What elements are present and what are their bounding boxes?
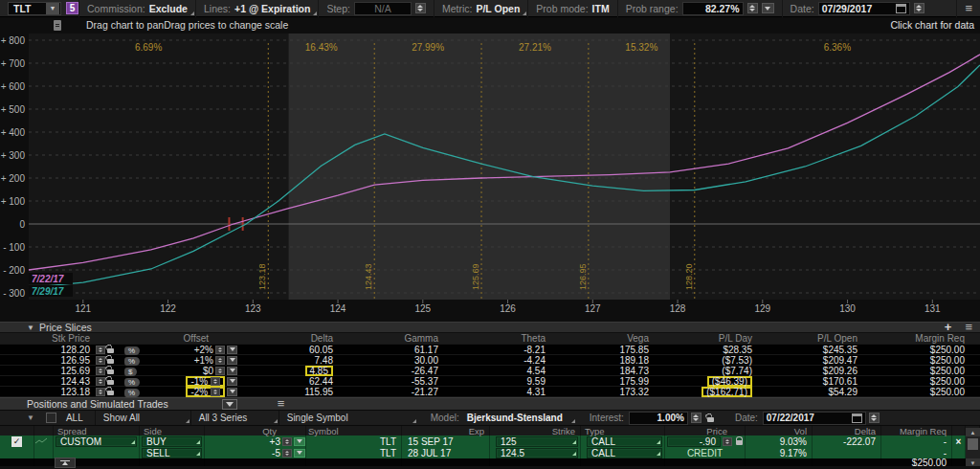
slice-price-stepper[interactable] [96,346,105,354]
offset-unit-toggle[interactable]: $ [124,368,137,376]
date-stepper[interactable] [914,3,924,13]
positions-scrollbar[interactable]: ▲ ▼ [966,428,980,467]
slice-price-stepper[interactable] [96,367,105,375]
unlock-icon[interactable] [107,380,114,385]
unlock-icon[interactable] [107,369,114,374]
slices-menu-icon[interactable]: ≡ [965,323,972,332]
date-input[interactable]: 07/29/2017 [818,2,910,15]
prob-range-dropdown-icon[interactable] [762,3,774,13]
unlock-icon[interactable] [107,391,114,395]
type-dropdown[interactable]: CALL [587,448,662,458]
strike-dropdown[interactable]: 125 [496,436,578,447]
side-dropdown[interactable]: SELL [142,448,202,458]
offset-unit-toggle[interactable]: % [124,346,140,355]
margin-req-value: $250.00 [865,355,972,366]
slice-price-stepper[interactable] [96,356,105,365]
select-all-checkbox[interactable] [46,413,56,423]
qty-stepper[interactable] [282,437,292,446]
offset-value[interactable]: +1% [194,355,213,366]
pl-chart-canvas[interactable]: + 800+ 700+ 600+ 500+ 400+ 300+ 200+ 100… [0,34,980,321]
pl-day-value: $28.35 [657,345,760,355]
qty-dropdown-icon[interactable] [294,437,305,446]
slice-price-stepper[interactable] [96,377,105,386]
svg-text:6.36%: 6.36% [824,42,851,53]
offset-value[interactable]: -1% [190,376,208,387]
collapse-chevron-icon[interactable]: ▼ [27,413,34,422]
qty-stepper[interactable] [282,449,292,458]
qty-dropdown-icon[interactable] [294,449,305,458]
calendar-icon[interactable] [896,4,906,13]
offset-unit-toggle[interactable]: % [124,389,140,397]
unlock-icon[interactable] [107,359,114,364]
lines-dropdown[interactable]: Lines: +1 @ Expiration [195,0,318,17]
symbol-value: TLT [306,436,402,447]
slice-price-input[interactable]: 126.95 [0,355,96,366]
prob-range-input[interactable]: 82.27% [682,2,744,15]
offset-stepper[interactable] [215,367,225,375]
add-slice-icon[interactable]: + [945,323,952,332]
side-dropdown[interactable]: BUY [142,436,202,447]
slice-price-input[interactable]: 123.18 [0,387,96,397]
step-stepper[interactable] [415,3,426,13]
chart-line-icon[interactable] [34,437,48,445]
svg-text:0: 0 [19,219,25,230]
offset-dropdown-icon[interactable] [227,367,237,375]
metric-dropdown[interactable]: Metric: P/L Open [434,0,527,17]
series-filter-dropdown[interactable]: All 3 Series [190,411,278,425]
slice-price-input[interactable]: 128.20 [0,345,96,355]
offset-unit-toggle[interactable]: % [124,357,140,366]
lock-icon[interactable] [736,440,743,445]
calendar-icon[interactable] [852,413,862,423]
price-input[interactable]: -.90 [667,436,721,447]
remove-row-button[interactable]: × [956,436,962,447]
positions-date-stepper[interactable] [869,413,880,423]
offset-stepper[interactable] [211,388,220,396]
offset-unit-toggle[interactable]: % [124,378,140,387]
drag-handle-icon[interactable] [54,20,61,31]
qty-value[interactable]: +3 [270,436,280,447]
slice-price-input[interactable]: 125.69 [0,366,96,376]
model-dropdown[interactable]: Bjerksund-Stensland [459,411,576,425]
link-group-badge[interactable]: 5 [66,2,78,14]
prob-mode-group[interactable]: Prob mode: ITM [527,0,616,17]
commission-dropdown[interactable]: Commission: Exclude [78,0,195,17]
strike-dropdown[interactable]: 124.5 [496,448,578,458]
price-stepper[interactable] [723,437,732,446]
offset-stepper[interactable] [215,346,225,354]
offset-dropdown-icon[interactable] [227,377,237,386]
unlock-icon[interactable] [107,348,114,353]
slice-price-stepper[interactable] [96,388,105,396]
positions-date-input[interactable]: 07/22/2017 [763,412,866,425]
symbol-filter-dropdown[interactable]: Single Symbol [278,411,417,425]
prob-range-stepper[interactable] [747,3,758,13]
collapse-chevron-icon[interactable]: ▼ [27,324,34,332]
offset-dropdown-icon[interactable] [227,388,237,396]
qty-value[interactable]: -5 [272,448,280,458]
positions-menu-icon[interactable]: ≡ [278,399,285,409]
show-all-dropdown[interactable]: Show All [95,411,190,425]
toolbar-menu[interactable]: ≡ [956,0,980,17]
scrollbar-thumb[interactable] [968,438,978,450]
symbol-select[interactable]: TLT ▼ [8,2,61,15]
offset-stepper[interactable] [211,377,220,386]
filter-icon[interactable] [222,399,237,410]
offset-dropdown-icon[interactable] [227,356,237,365]
symbol-dropdown-icon[interactable]: ▼ [46,3,59,14]
offset-value[interactable]: -2% [190,387,208,397]
row-checkbox[interactable]: ✓ [11,436,22,447]
offset-dropdown-icon[interactable] [227,346,237,354]
interest-stepper[interactable] [691,413,702,423]
slice-price-input[interactable]: 124.43 [0,376,96,387]
interest-input[interactable]: 1.00% [629,412,688,425]
price-slices-column-headers: Stk Price Offset Delta Gamma Theta Vega … [0,333,980,344]
spread-dropdown[interactable]: CUSTOM [56,436,137,447]
offset-value[interactable]: +2% [194,345,213,355]
offset-stepper[interactable] [215,356,225,365]
scroll-up-icon[interactable]: ▲ [966,428,980,436]
trade-row: ✓ CUSTOM BUY +3 TLT 15 SEP 17 125 CALL -… [0,436,980,447]
dock-button[interactable] [55,458,76,468]
offset-value[interactable]: $0 [203,366,213,376]
step-input[interactable]: N/A [354,2,412,15]
unlock-icon[interactable] [707,417,714,422]
type-dropdown[interactable]: CALL [587,436,662,447]
